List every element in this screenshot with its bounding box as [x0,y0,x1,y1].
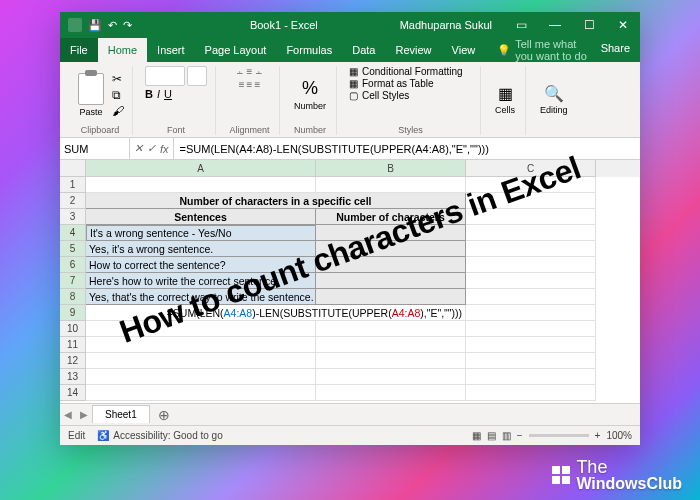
share-button[interactable]: Share [591,38,640,62]
align-right-icon[interactable]: ≡ [254,79,260,90]
row-header[interactable]: 6 [60,257,86,273]
clipboard-icon [78,73,104,105]
row-header[interactable]: 7 [60,273,86,289]
name-box[interactable]: SUM [60,138,130,159]
col-header-a[interactable]: A [86,160,316,177]
underline-button[interactable]: U [164,88,172,100]
svg-rect-1 [562,466,570,474]
undo-icon[interactable]: ↶ [108,19,117,32]
user-name[interactable]: Madhuparna Sukul [388,19,504,31]
cell-a2[interactable]: Number of characters in a specific cell [86,193,466,209]
menu-insert[interactable]: Insert [147,38,195,62]
tell-me-search[interactable]: 💡 Tell me what you want to do [485,38,590,62]
group-styles: Styles [349,123,472,135]
cell-a5[interactable]: Yes, it's a wrong sentence. [86,241,316,257]
cell-a8[interactable]: Yes, that's the correct way to write the… [86,289,316,305]
row-header[interactable]: 10 [60,321,86,337]
conditional-formatting-button[interactable]: ▦Conditional Formatting [349,66,463,77]
row-header[interactable]: 8 [60,289,86,305]
menu-data[interactable]: Data [342,38,385,62]
align-bottom-icon[interactable]: ⫠ [254,66,264,77]
copy-icon[interactable]: ⧉ [112,88,124,102]
cell-styles-button[interactable]: ▢Cell Styles [349,90,409,101]
group-number: Number [292,123,328,135]
paste-button[interactable]: Paste [76,71,106,119]
cut-icon[interactable]: ✂ [112,72,124,86]
editing-button[interactable]: 🔍Editing [538,82,570,117]
svg-rect-0 [552,466,560,474]
accessibility-status[interactable]: ♿Accessibility: Good to go [97,430,223,441]
col-header-c[interactable]: C [466,160,596,177]
sheet-nav-prev-icon[interactable]: ◀ [60,409,76,420]
align-middle-icon[interactable]: ≡ [247,66,253,77]
cell-b9-formula[interactable]: =SUM(LEN(A4:A8)-LEN(SUBSTITUTE(UPPER(A4:… [86,305,466,321]
cell-b3[interactable]: Number of characters [316,209,466,225]
row-header[interactable]: 14 [60,385,86,401]
minimize-icon[interactable]: — [538,12,572,38]
cell-a4[interactable]: It's a wrong sentence - Yes/No [86,225,316,241]
cell-a6[interactable]: How to correct the sentence? [86,257,316,273]
formula-bar-input[interactable]: =SUM(LEN(A4:A8)-LEN(SUBSTITUTE(UPPER(A4:… [174,138,640,159]
row-header[interactable]: 11 [60,337,86,353]
row-header[interactable]: 13 [60,369,86,385]
cancel-formula-icon[interactable]: ✕ [134,142,143,155]
save-icon[interactable]: 💾 [88,19,102,32]
close-icon[interactable]: ✕ [606,12,640,38]
view-normal-icon[interactable]: ▦ [472,430,481,441]
group-font: Font [145,123,207,135]
fx-icon[interactable]: fx [160,143,169,155]
align-center-icon[interactable]: ≡ [247,79,253,90]
row-header[interactable]: 1 [60,177,86,193]
font-size[interactable] [187,66,207,86]
number-format-button[interactable]: % Number [292,76,328,113]
cell-a7[interactable]: Here's how to write the correct sentence… [86,273,316,289]
sheet-nav-next-icon[interactable]: ▶ [76,409,92,420]
group-alignment: Alignment [228,123,271,135]
menu-review[interactable]: Review [385,38,441,62]
ribbon-options-icon[interactable]: ▭ [504,12,538,38]
cells-button[interactable]: ▦Cells [493,82,517,117]
autosave-icon[interactable] [68,18,82,32]
view-page-break-icon[interactable]: ▥ [502,430,511,441]
cell-a3[interactable]: Sentences [86,209,316,225]
col-header-b[interactable]: B [316,160,466,177]
font-name[interactable] [145,66,185,86]
zoom-in-icon[interactable]: + [595,430,601,441]
sheet-tab[interactable]: Sheet1 [92,405,150,423]
row-header[interactable]: 9 [60,305,86,321]
zoom-out-icon[interactable]: − [517,430,523,441]
row-header[interactable]: 3 [60,209,86,225]
view-page-layout-icon[interactable]: ▤ [487,430,496,441]
status-mode: Edit [68,430,85,441]
align-left-icon[interactable]: ≡ [239,79,245,90]
row-header[interactable]: 12 [60,353,86,369]
watermark: The WindowsClub [576,458,682,492]
zoom-slider[interactable] [529,434,589,437]
lightbulb-icon: 💡 [497,44,511,57]
menu-home[interactable]: Home [98,38,147,62]
svg-rect-3 [562,476,570,484]
menu-view[interactable]: View [442,38,486,62]
add-sheet-button[interactable]: ⊕ [150,407,178,423]
redo-icon[interactable]: ↷ [123,19,132,32]
row-header[interactable]: 2 [60,193,86,209]
italic-button[interactable]: I [157,88,160,100]
menu-formulas[interactable]: Formulas [276,38,342,62]
row-header[interactable]: 5 [60,241,86,257]
format-painter-icon[interactable]: 🖌 [112,104,124,118]
enter-formula-icon[interactable]: ✓ [147,142,156,155]
format-as-table-button[interactable]: ▦Format as Table [349,78,434,89]
svg-rect-2 [552,476,560,484]
select-all-corner[interactable] [60,160,86,177]
menu-page-layout[interactable]: Page Layout [195,38,277,62]
bold-button[interactable]: B [145,88,153,100]
group-clipboard: Clipboard [76,123,124,135]
menu-file[interactable]: File [60,38,98,62]
cond-format-icon: ▦ [349,66,358,77]
percent-icon: % [302,78,318,99]
row-header[interactable]: 4 [60,225,86,241]
editing-icon: 🔍 [544,84,564,103]
align-top-icon[interactable]: ⫠ [235,66,245,77]
maximize-icon[interactable]: ☐ [572,12,606,38]
zoom-level[interactable]: 100% [606,430,632,441]
